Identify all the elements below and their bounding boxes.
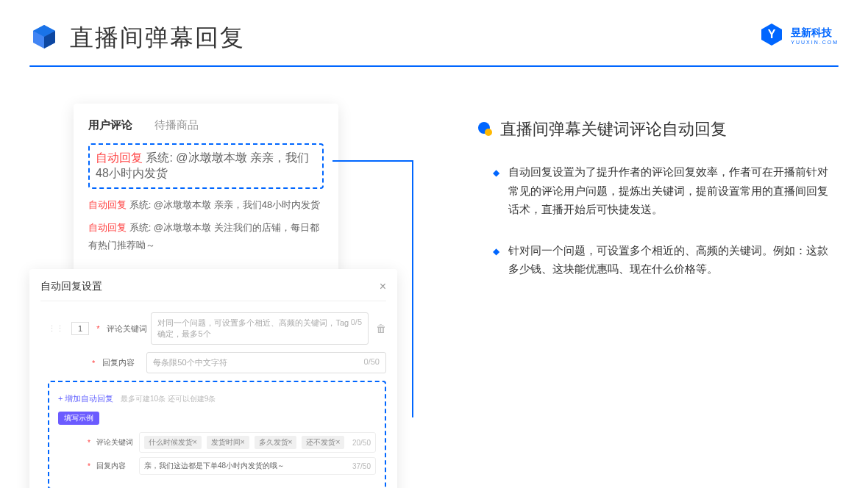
brand-icon: Y: [758, 22, 785, 49]
content-label: 回复内容: [102, 357, 139, 368]
section-title-text: 直播间弹幕关键词评论自动回复: [500, 118, 727, 140]
keyword-tag[interactable]: 发货时间×: [207, 436, 249, 449]
close-icon[interactable]: ×: [380, 280, 386, 293]
brand-name-en: YUUXIN.COM: [791, 40, 839, 45]
brand-logo: Y 昱新科技 YUUXIN.COM: [758, 22, 839, 49]
connector-line: [332, 160, 413, 162]
drag-handle-icon[interactable]: ⋮⋮: [48, 324, 64, 334]
keyword-placeholder: 对同一个问题，可设置多个相近、高频的关键词，Tag确定，最多5个: [157, 317, 350, 340]
example-content-label: 回复内容: [96, 461, 133, 471]
keyword-label: 评论关键词: [107, 323, 143, 334]
bullet-icon: [478, 122, 493, 137]
bullet-item: ◆ 针对同一个问题，可设置多个相近的、高频的关键词。例如：这款多少钱、这块能优惠…: [493, 241, 839, 279]
example-content-text: 亲，我们这边都是下单48小时内发货的哦～: [144, 461, 285, 471]
example-keyword-label: 评论关键词: [96, 437, 133, 448]
svg-text:Y: Y: [768, 28, 776, 40]
keyword-tag[interactable]: 还不发货×: [302, 436, 344, 449]
example-content-counter: 37/50: [352, 462, 371, 470]
tab-pending-products[interactable]: 待播商品: [154, 118, 199, 132]
content-counter: 0/50: [364, 357, 380, 368]
comment-highlighted: 自动回复 系统: @冰墩墩本墩 亲亲，我们48小时内发货: [88, 143, 324, 189]
example-content-input[interactable]: 亲，我们这边都是下单48小时内发货的哦～ 37/50: [139, 457, 376, 475]
comment-text: 系统: @冰墩墩本墩 亲亲，我们48小时内发货: [129, 199, 321, 210]
comment-item: 自动回复 系统: @冰墩墩本墩 关注我们的店铺，每日都有热门推荐呦～: [88, 219, 324, 254]
keyword-tag[interactable]: 什么时候发货×: [144, 436, 202, 449]
diamond-icon: ◆: [493, 162, 499, 219]
example-box: + 增加自动回复 最多可建10条 还可以创建9条 填写示例 * 评论关键词 什么…: [48, 381, 386, 488]
bullet-text: 自动回复设置为了提升作者的评论回复效率，作者可在开播前针对常见的评论用户问题，提…: [508, 162, 839, 219]
add-hint: 最多可建10条 还可以创建9条: [121, 395, 216, 403]
trash-icon[interactable]: 🗑: [376, 323, 386, 334]
content-placeholder: 每条限50个中文字符: [153, 357, 227, 368]
diamond-icon: ◆: [493, 241, 499, 279]
required-marker: *: [92, 359, 95, 367]
add-auto-reply-link[interactable]: + 增加自动回复: [58, 393, 113, 404]
auto-reply-tag: 自动回复: [88, 199, 127, 210]
page-header: 直播间弹幕回复: [0, 0, 868, 65]
svg-point-2: [485, 129, 492, 136]
required-marker: *: [88, 439, 90, 447]
left-panel: 用户评论 待播商品 自动回复 系统: @冰墩墩本墩 亲亲，我们48小时内发货 自…: [29, 104, 397, 301]
cube-icon: [29, 24, 59, 53]
page-title: 直播间弹幕回复: [70, 22, 245, 54]
keyword-input[interactable]: 对同一个问题，可设置多个相近、高频的关键词，Tag确定，最多5个 0/5: [151, 312, 369, 345]
comments-card: 用户评论 待播商品 自动回复 系统: @冰墩墩本墩 亲亲，我们48小时内发货 自…: [74, 104, 338, 274]
brand-name-cn: 昱新科技: [791, 26, 839, 40]
section-title: 直播间弹幕关键词评论自动回复: [478, 118, 839, 140]
comment-item: 自动回复 系统: @冰墩墩本墩 亲亲，我们48小时内发货: [88, 196, 324, 213]
content-input[interactable]: 每条限50个中文字符 0/50: [146, 352, 386, 373]
right-panel: 直播间弹幕关键词评论自动回复 ◆ 自动回复设置为了提升作者的评论回复效率，作者可…: [441, 104, 839, 301]
connector-line-vertical: [412, 160, 413, 417]
keyword-tag[interactable]: 多久发货×: [255, 436, 297, 449]
example-badge: 填写示例: [58, 412, 99, 425]
bullet-item: ◆ 自动回复设置为了提升作者的评论回复效率，作者可在开播前针对常见的评论用户问题…: [493, 162, 839, 219]
keyword-counter: 0/5: [351, 317, 362, 340]
settings-title: 自动回复设置: [40, 280, 102, 293]
tab-user-comments[interactable]: 用户评论: [88, 118, 132, 132]
bullet-text: 针对同一个问题，可设置多个相近的、高频的关键词。例如：这款多少钱、这块能优惠吗、…: [508, 241, 839, 279]
auto-reply-tag: 自动回复: [96, 151, 143, 164]
example-keyword-input[interactable]: 什么时候发货× 发货时间× 多久发货× 还不发货× 20/50: [139, 432, 376, 453]
required-marker: *: [96, 324, 99, 333]
row-number: 1: [71, 322, 89, 335]
settings-card: 自动回复设置 × ⋮⋮ 1 * 评论关键词 对同一个问题，可设置多个相近、高频的…: [29, 269, 397, 488]
auto-reply-tag: 自动回复: [88, 222, 127, 233]
required-marker: *: [88, 462, 90, 470]
example-keyword-counter: 20/50: [352, 439, 371, 447]
